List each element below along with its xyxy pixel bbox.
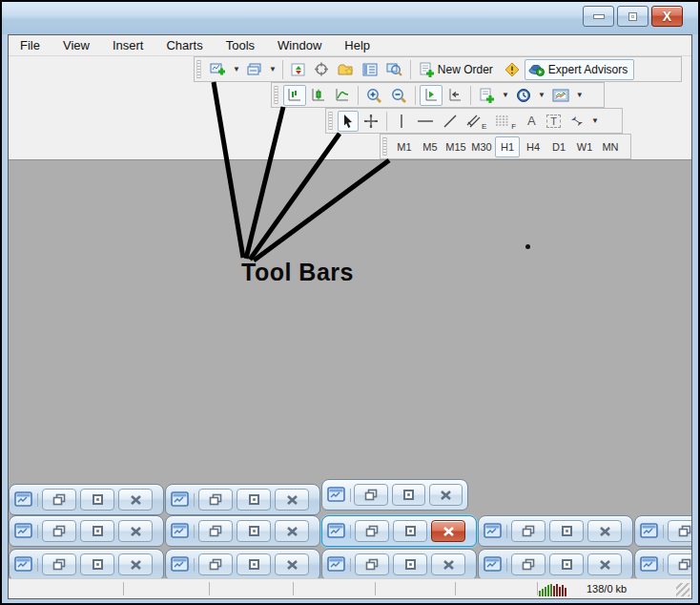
minimized-chart-window[interactable]	[165, 484, 320, 515]
menu-view[interactable]: View	[63, 38, 90, 52]
restore-button[interactable]	[42, 489, 76, 511]
menu-help[interactable]: Help	[344, 38, 370, 52]
close-button[interactable]	[275, 553, 309, 575]
menu-charts[interactable]: Charts	[166, 38, 202, 52]
equidistant-channel-button[interactable]: E	[463, 111, 490, 132]
navigator-button[interactable]	[334, 59, 358, 80]
menu-file[interactable]: File	[20, 38, 40, 52]
toolbar-grip[interactable]	[196, 60, 201, 78]
close-button[interactable]	[275, 520, 309, 542]
timeframe-m30-button[interactable]: M30	[469, 136, 494, 157]
strategy-tester-button[interactable]	[382, 59, 406, 80]
vertical-line-button[interactable]	[391, 111, 412, 132]
timeframe-h4-button[interactable]: H4	[521, 136, 546, 157]
maximize-button[interactable]	[392, 484, 425, 506]
restore-button[interactable]	[198, 520, 233, 542]
chevron-down-icon[interactable]: ▼	[267, 65, 278, 73]
close-button[interactable]	[587, 553, 622, 575]
candlestick-chart-button[interactable]	[307, 85, 330, 106]
timeframe-h1-button[interactable]: H1	[495, 136, 520, 157]
close-button[interactable]	[429, 484, 463, 506]
alert-button[interactable]	[501, 59, 524, 80]
restore-button[interactable]	[42, 553, 76, 575]
data-window-button[interactable]	[310, 59, 333, 80]
minimized-chart-window[interactable]	[478, 549, 633, 578]
market-watch-button[interactable]	[287, 59, 309, 80]
minimized-chart-window[interactable]	[478, 515, 633, 547]
toolbar-grip[interactable]	[382, 137, 387, 156]
timeframe-d1-button[interactable]: D1	[546, 136, 571, 157]
timeframe-w1-button[interactable]: W1	[572, 136, 597, 157]
zoom-out-button[interactable]	[387, 85, 411, 106]
close-button[interactable]: X	[651, 6, 683, 27]
profiles-button[interactable]	[243, 59, 266, 80]
timeframe-m15-button[interactable]: M15	[443, 136, 468, 157]
restore-button[interactable]	[511, 553, 546, 575]
restore-button[interactable]	[354, 484, 387, 506]
cursor-button[interactable]	[338, 111, 359, 132]
close-button[interactable]	[118, 489, 153, 511]
maximize-button[interactable]	[549, 520, 584, 542]
maximize-button[interactable]	[80, 489, 114, 511]
close-button[interactable]	[118, 553, 153, 575]
maximize-button[interactable]	[237, 489, 271, 511]
minimized-chart-window[interactable]	[321, 479, 468, 511]
maximize-button[interactable]	[393, 520, 427, 542]
timeframe-m1-button[interactable]: M1	[392, 136, 417, 157]
expert-advisors-button[interactable]: Expert Advisors	[525, 59, 634, 80]
templates-button[interactable]	[548, 85, 573, 106]
chevron-down-icon[interactable]: ▼	[500, 91, 511, 99]
new-order-button[interactable]: New Order	[415, 59, 500, 80]
terminal-button[interactable]	[359, 59, 381, 80]
chevron-down-icon[interactable]: ▼	[536, 91, 547, 99]
minimized-chart-window[interactable]	[634, 549, 691, 578]
new-chart-button[interactable]	[206, 59, 230, 80]
minimized-chart-window[interactable]	[321, 515, 477, 547]
close-button[interactable]	[275, 489, 309, 511]
toolbar-grip[interactable]	[274, 86, 278, 104]
chevron-down-icon[interactable]: ▼	[231, 65, 242, 73]
crosshair-button[interactable]	[360, 111, 382, 132]
maximize-button[interactable]	[237, 553, 271, 575]
close-button[interactable]	[431, 520, 465, 542]
close-button[interactable]	[431, 553, 465, 575]
close-button[interactable]	[118, 520, 153, 542]
maximize-button[interactable]	[393, 553, 427, 575]
arrows-button[interactable]	[566, 111, 588, 132]
menu-window[interactable]: Window	[278, 38, 321, 52]
text-button[interactable]: A	[521, 111, 542, 132]
restore-button[interactable]	[355, 553, 389, 575]
chevron-down-icon[interactable]: ▼	[589, 116, 601, 125]
restore-button[interactable]	[198, 553, 233, 575]
horizontal-line-button[interactable]	[413, 111, 438, 132]
close-button[interactable]	[587, 520, 622, 542]
periods-button[interactable]	[512, 85, 535, 106]
minimized-chart-window[interactable]	[165, 549, 320, 578]
chart-shift-button[interactable]	[443, 85, 466, 106]
auto-scroll-button[interactable]	[420, 85, 443, 106]
restore-button[interactable]	[355, 520, 389, 542]
restore-button[interactable]	[668, 520, 691, 542]
maximize-button[interactable]	[549, 553, 584, 575]
menu-tools[interactable]: Tools	[226, 38, 255, 52]
timeframe-m5-button[interactable]: M5	[418, 136, 443, 157]
toolbar-grip[interactable]	[328, 112, 333, 130]
minimized-chart-window[interactable]	[321, 549, 477, 578]
line-chart-button[interactable]	[331, 85, 354, 106]
timeframe-mn-button[interactable]: MN	[598, 136, 623, 157]
trendline-button[interactable]	[439, 111, 462, 132]
minimized-chart-window[interactable]	[9, 549, 164, 578]
restore-button[interactable]	[668, 553, 691, 575]
chevron-down-icon[interactable]: ▼	[574, 91, 586, 99]
minimize-button[interactable]	[583, 6, 614, 27]
minimized-chart-window[interactable]	[165, 515, 320, 547]
zoom-in-button[interactable]	[362, 85, 386, 106]
restore-button[interactable]	[198, 489, 233, 511]
maximize-button[interactable]	[617, 6, 649, 27]
restore-button[interactable]	[511, 520, 546, 542]
minimized-chart-window[interactable]	[634, 515, 691, 547]
minimized-chart-window[interactable]	[9, 484, 164, 515]
text-label-button[interactable]: T	[543, 111, 565, 132]
maximize-button[interactable]	[80, 520, 114, 542]
maximize-button[interactable]	[237, 520, 271, 542]
